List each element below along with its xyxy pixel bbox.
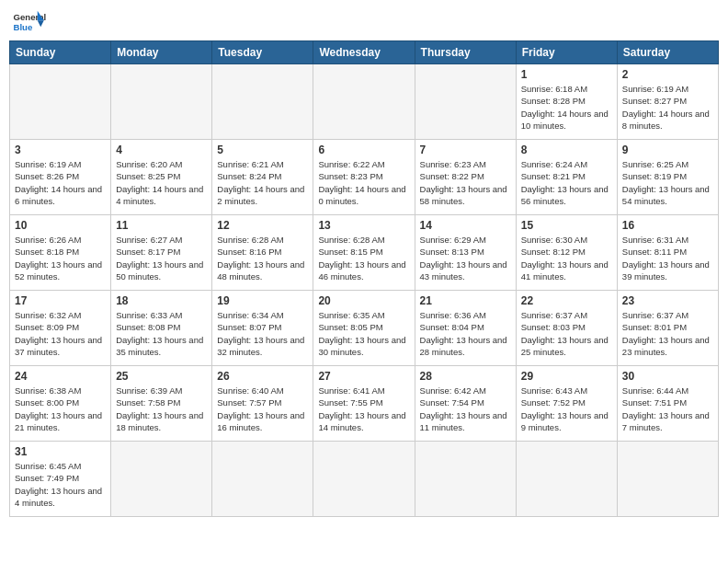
day-cell: 24Sunrise: 6:38 AM Sunset: 8:00 PM Dayli… bbox=[10, 366, 111, 442]
day-info: Sunrise: 6:26 AM Sunset: 8:18 PM Dayligh… bbox=[15, 234, 106, 282]
day-info: Sunrise: 6:21 AM Sunset: 8:24 PM Dayligh… bbox=[217, 158, 308, 207]
day-info: Sunrise: 6:31 AM Sunset: 8:11 PM Dayligh… bbox=[622, 234, 713, 282]
week-row-1: 1Sunrise: 6:18 AM Sunset: 8:28 PM Daylig… bbox=[10, 64, 719, 140]
day-info: Sunrise: 6:29 AM Sunset: 8:13 PM Dayligh… bbox=[420, 234, 511, 282]
day-number: 2 bbox=[622, 68, 713, 81]
header: General Blue bbox=[9, 9, 719, 35]
day-cell: 28Sunrise: 6:42 AM Sunset: 7:54 PM Dayli… bbox=[415, 366, 516, 442]
day-info: Sunrise: 6:38 AM Sunset: 8:00 PM Dayligh… bbox=[15, 385, 106, 433]
day-info: Sunrise: 6:35 AM Sunset: 8:05 PM Dayligh… bbox=[318, 309, 409, 358]
day-cell: 4Sunrise: 6:20 AM Sunset: 8:25 PM Daylig… bbox=[111, 140, 212, 215]
day-info: Sunrise: 6:42 AM Sunset: 7:54 PM Dayligh… bbox=[420, 385, 511, 433]
day-number: 5 bbox=[217, 144, 308, 156]
day-number: 19 bbox=[217, 294, 308, 307]
day-info: Sunrise: 6:28 AM Sunset: 8:16 PM Dayligh… bbox=[217, 234, 308, 282]
day-cell: 16Sunrise: 6:31 AM Sunset: 8:11 PM Dayli… bbox=[617, 215, 718, 291]
day-header-wednesday: Wednesday bbox=[313, 41, 415, 64]
day-cell bbox=[516, 442, 617, 517]
week-row-2: 3Sunrise: 6:19 AM Sunset: 8:26 PM Daylig… bbox=[10, 140, 719, 215]
day-number: 13 bbox=[318, 219, 409, 232]
day-cell: 26Sunrise: 6:40 AM Sunset: 7:57 PM Dayli… bbox=[212, 366, 313, 442]
day-number: 25 bbox=[116, 370, 207, 383]
day-cell: 21Sunrise: 6:36 AM Sunset: 8:04 PM Dayli… bbox=[415, 291, 516, 366]
day-cell: 3Sunrise: 6:19 AM Sunset: 8:26 PM Daylig… bbox=[10, 140, 111, 215]
day-info: Sunrise: 6:33 AM Sunset: 8:08 PM Dayligh… bbox=[116, 309, 207, 358]
day-info: Sunrise: 6:40 AM Sunset: 7:57 PM Dayligh… bbox=[217, 385, 308, 433]
day-header-friday: Friday bbox=[516, 41, 617, 64]
day-number: 4 bbox=[116, 144, 207, 156]
svg-text:Blue: Blue bbox=[14, 22, 33, 32]
week-row-4: 17Sunrise: 6:32 AM Sunset: 8:09 PM Dayli… bbox=[10, 291, 719, 366]
day-cell: 22Sunrise: 6:37 AM Sunset: 8:03 PM Dayli… bbox=[516, 291, 617, 366]
logo-svg: General Blue bbox=[13, 9, 46, 35]
day-cell: 14Sunrise: 6:29 AM Sunset: 8:13 PM Dayli… bbox=[415, 215, 516, 291]
day-cell: 5Sunrise: 6:21 AM Sunset: 8:24 PM Daylig… bbox=[212, 140, 313, 215]
calendar-header: SundayMondayTuesdayWednesdayThursdayFrid… bbox=[10, 41, 719, 64]
day-number: 3 bbox=[15, 144, 106, 156]
day-number: 31 bbox=[15, 445, 106, 458]
day-number: 22 bbox=[521, 294, 612, 307]
day-info: Sunrise: 6:19 AM Sunset: 8:27 PM Dayligh… bbox=[622, 83, 713, 132]
day-cell bbox=[617, 442, 718, 517]
day-cell: 23Sunrise: 6:37 AM Sunset: 8:01 PM Dayli… bbox=[617, 291, 718, 366]
day-info: Sunrise: 6:34 AM Sunset: 8:07 PM Dayligh… bbox=[217, 309, 308, 358]
day-cell bbox=[111, 442, 212, 517]
day-header-monday: Monday bbox=[111, 41, 212, 64]
day-cell bbox=[415, 442, 516, 517]
day-cell bbox=[111, 64, 212, 140]
day-cell bbox=[212, 442, 313, 517]
day-number: 16 bbox=[622, 219, 713, 232]
day-cell bbox=[212, 64, 313, 140]
calendar-table: SundayMondayTuesdayWednesdayThursdayFrid… bbox=[9, 40, 719, 517]
week-row-6: 31Sunrise: 6:45 AM Sunset: 7:49 PM Dayli… bbox=[10, 442, 719, 517]
day-cell bbox=[10, 64, 111, 140]
day-cell: 29Sunrise: 6:43 AM Sunset: 7:52 PM Dayli… bbox=[516, 366, 617, 442]
day-cell: 9Sunrise: 6:25 AM Sunset: 8:19 PM Daylig… bbox=[617, 140, 718, 215]
day-number: 14 bbox=[420, 219, 511, 232]
day-number: 7 bbox=[420, 144, 511, 156]
day-number: 24 bbox=[15, 370, 106, 383]
day-number: 27 bbox=[318, 370, 409, 383]
day-cell: 13Sunrise: 6:28 AM Sunset: 8:15 PM Dayli… bbox=[313, 215, 415, 291]
day-info: Sunrise: 6:19 AM Sunset: 8:26 PM Dayligh… bbox=[15, 158, 106, 207]
day-info: Sunrise: 6:20 AM Sunset: 8:25 PM Dayligh… bbox=[116, 158, 207, 207]
day-number: 8 bbox=[521, 144, 612, 156]
day-info: Sunrise: 6:36 AM Sunset: 8:04 PM Dayligh… bbox=[420, 309, 511, 358]
day-cell: 8Sunrise: 6:24 AM Sunset: 8:21 PM Daylig… bbox=[516, 140, 617, 215]
day-cell bbox=[313, 442, 415, 517]
logo: General Blue bbox=[13, 9, 46, 35]
day-info: Sunrise: 6:41 AM Sunset: 7:55 PM Dayligh… bbox=[318, 385, 409, 433]
day-number: 20 bbox=[318, 294, 409, 307]
day-cell: 15Sunrise: 6:30 AM Sunset: 8:12 PM Dayli… bbox=[516, 215, 617, 291]
day-info: Sunrise: 6:28 AM Sunset: 8:15 PM Dayligh… bbox=[318, 234, 409, 282]
day-cell: 30Sunrise: 6:44 AM Sunset: 7:51 PM Dayli… bbox=[617, 366, 718, 442]
day-info: Sunrise: 6:45 AM Sunset: 7:49 PM Dayligh… bbox=[15, 460, 106, 509]
day-number: 28 bbox=[420, 370, 511, 383]
day-info: Sunrise: 6:30 AM Sunset: 8:12 PM Dayligh… bbox=[521, 234, 612, 282]
day-info: Sunrise: 6:44 AM Sunset: 7:51 PM Dayligh… bbox=[622, 385, 713, 433]
week-row-5: 24Sunrise: 6:38 AM Sunset: 8:00 PM Dayli… bbox=[10, 366, 719, 442]
week-row-3: 10Sunrise: 6:26 AM Sunset: 8:18 PM Dayli… bbox=[10, 215, 719, 291]
day-header-tuesday: Tuesday bbox=[212, 41, 313, 64]
day-info: Sunrise: 6:32 AM Sunset: 8:09 PM Dayligh… bbox=[15, 309, 106, 358]
day-cell: 18Sunrise: 6:33 AM Sunset: 8:08 PM Dayli… bbox=[111, 291, 212, 366]
day-number: 18 bbox=[116, 294, 207, 307]
day-info: Sunrise: 6:25 AM Sunset: 8:19 PM Dayligh… bbox=[622, 158, 713, 207]
day-info: Sunrise: 6:22 AM Sunset: 8:23 PM Dayligh… bbox=[318, 158, 409, 207]
day-number: 9 bbox=[622, 144, 713, 156]
day-cell: 11Sunrise: 6:27 AM Sunset: 8:17 PM Dayli… bbox=[111, 215, 212, 291]
day-info: Sunrise: 6:39 AM Sunset: 7:58 PM Dayligh… bbox=[116, 385, 207, 433]
day-info: Sunrise: 6:43 AM Sunset: 7:52 PM Dayligh… bbox=[521, 385, 612, 433]
day-number: 29 bbox=[521, 370, 612, 383]
day-cell: 6Sunrise: 6:22 AM Sunset: 8:23 PM Daylig… bbox=[313, 140, 415, 215]
day-number: 11 bbox=[116, 219, 207, 232]
day-number: 15 bbox=[521, 219, 612, 232]
day-number: 12 bbox=[217, 219, 308, 232]
day-info: Sunrise: 6:37 AM Sunset: 8:01 PM Dayligh… bbox=[622, 309, 713, 358]
day-cell bbox=[313, 64, 415, 140]
day-number: 10 bbox=[15, 219, 106, 232]
day-cell: 31Sunrise: 6:45 AM Sunset: 7:49 PM Dayli… bbox=[10, 442, 111, 517]
calendar-body: 1Sunrise: 6:18 AM Sunset: 8:28 PM Daylig… bbox=[10, 64, 719, 517]
day-header-thursday: Thursday bbox=[415, 41, 516, 64]
day-cell: 2Sunrise: 6:19 AM Sunset: 8:27 PM Daylig… bbox=[617, 64, 718, 140]
